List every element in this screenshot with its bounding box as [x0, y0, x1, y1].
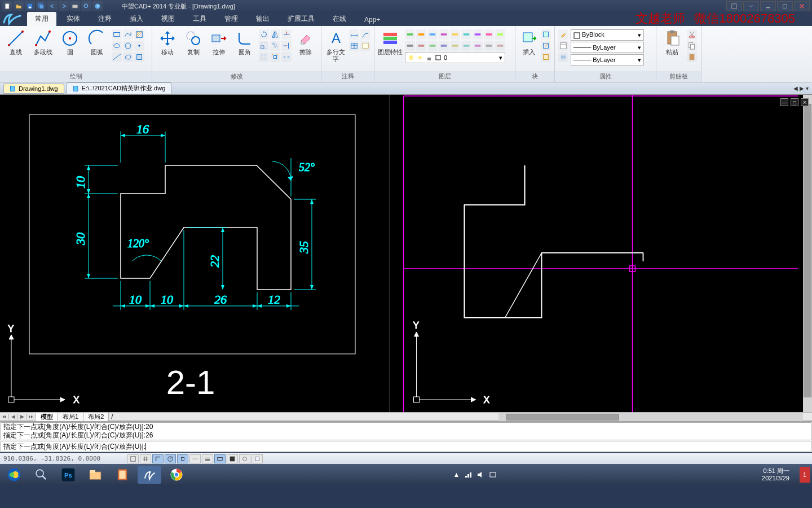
list-icon[interactable] — [558, 52, 568, 62]
network-icon[interactable] — [464, 471, 472, 479]
create-block-icon[interactable] — [541, 29, 551, 40]
layext1-icon[interactable] — [484, 41, 494, 51]
tab-annotate[interactable]: 注释 — [90, 12, 120, 26]
laylck-icon[interactable] — [450, 29, 460, 40]
array-icon[interactable] — [259, 52, 269, 62]
linetype-combo[interactable]: ──── ByLayer▾ — [571, 42, 644, 53]
system-tray[interactable]: ▲ — [453, 471, 497, 479]
insert-block-button[interactable]: 插入 — [519, 29, 539, 55]
hatch-icon[interactable] — [134, 29, 144, 40]
osnap-toggle[interactable] — [177, 454, 188, 463]
lwt-toggle[interactable] — [202, 454, 213, 463]
mirror-icon[interactable] — [270, 29, 280, 40]
doctab-1[interactable]: Drawing1.dwg — [3, 84, 64, 94]
viewport-right[interactable]: X Y — [390, 95, 812, 412]
app-logo-icon[interactable] — [1, 10, 24, 27]
tb-chrome[interactable] — [165, 466, 188, 484]
copy-clip-icon[interactable] — [687, 41, 697, 51]
command-input[interactable]: 指定下一点或[角度(A)/长度(L)/闭合(C)/放弃(U)]: — [1, 441, 811, 452]
rotate-icon[interactable] — [259, 29, 269, 40]
tb-ps[interactable]: Ps — [56, 466, 80, 484]
tb-zwcad[interactable] — [138, 466, 161, 484]
line-button[interactable]: 直线 — [3, 29, 28, 55]
revcloud-icon[interactable] — [123, 52, 133, 62]
qat-help-icon[interactable]: ? — [92, 1, 103, 11]
layer-combo[interactable]: 0 ▾ — [405, 52, 505, 63]
notification-badge[interactable]: 1 — [800, 467, 810, 483]
explode-icon[interactable] — [270, 52, 280, 62]
laywalk-icon[interactable] — [439, 41, 449, 51]
laymcur-icon[interactable] — [405, 29, 415, 40]
mdi-close[interactable]: ✕ — [801, 98, 809, 106]
matchprop-icon[interactable] — [558, 29, 568, 40]
layulk-icon[interactable] — [495, 29, 505, 40]
tab-view[interactable]: 视图 — [153, 12, 183, 26]
copy-button[interactable]: 复制 — [182, 29, 205, 55]
laymch-icon[interactable] — [461, 29, 471, 40]
lineweight-combo[interactable]: ──── ByLayer▾ — [571, 54, 644, 65]
paste-spec-icon[interactable] — [687, 52, 697, 62]
polyline-button[interactable]: 多段线 — [30, 29, 55, 55]
laystate-icon[interactable] — [473, 41, 483, 51]
mdi-min[interactable]: — — [780, 98, 788, 106]
mtext-button[interactable]: A多行文字 — [325, 29, 347, 62]
tab-home[interactable]: 常用 — [27, 12, 56, 26]
viewport-left[interactable]: 16 10 30 120° 52° — [0, 95, 390, 412]
properties-icon[interactable] — [558, 41, 568, 51]
layext2-icon[interactable] — [495, 41, 505, 51]
vscroll[interactable] — [803, 95, 812, 412]
qat-save-icon[interactable] — [25, 1, 35, 11]
layout-nav[interactable]: ⏮◀▶⏭ — [0, 414, 36, 419]
coordinates[interactable]: 910.0386, -31.8326, 0.0000 — [3, 455, 127, 462]
polar-toggle[interactable] — [165, 454, 176, 463]
layer-props-button[interactable]: 图层特性 — [378, 29, 403, 55]
layfrz-icon[interactable] — [427, 29, 438, 40]
qat-plot-icon[interactable] — [70, 1, 80, 11]
tb-explorer[interactable] — [83, 466, 107, 484]
paste-button[interactable]: 粘贴 — [660, 29, 685, 55]
layout-model[interactable]: 模型 — [36, 413, 58, 421]
grid-toggle[interactable] — [140, 454, 151, 463]
qat-undo-icon[interactable] — [47, 1, 58, 11]
scale-icon[interactable] — [259, 41, 269, 51]
edit-block-icon[interactable] — [541, 41, 551, 51]
color-combo[interactable]: ByBlock▾ — [571, 29, 644, 41]
snap-toggle[interactable] — [127, 454, 139, 463]
cycle-toggle[interactable] — [239, 454, 250, 463]
tab-output[interactable]: 输出 — [248, 12, 277, 26]
start-button[interactable] — [2, 466, 26, 484]
tab-online[interactable]: 在线 — [325, 12, 354, 26]
volume-icon[interactable] — [476, 471, 484, 479]
leader-icon[interactable] — [360, 29, 370, 40]
move-button[interactable]: 移动 — [156, 29, 179, 55]
qat-saveall-icon[interactable] — [36, 1, 46, 11]
stretch-button[interactable]: 拉伸 — [208, 29, 231, 55]
tab-express[interactable]: 扩展工具 — [280, 12, 323, 26]
qp-toggle[interactable] — [251, 454, 263, 463]
qat-redo-icon[interactable] — [59, 1, 69, 11]
polygon-icon[interactable] — [123, 41, 133, 51]
layoff-icon[interactable] — [439, 29, 449, 40]
tab-tools[interactable]: 工具 — [185, 12, 214, 26]
otrack-toggle[interactable] — [189, 454, 201, 463]
dim-icon[interactable] — [349, 29, 359, 40]
action-icon[interactable] — [489, 471, 497, 479]
laydel-icon[interactable] — [427, 41, 438, 51]
erase-button[interactable]: 擦除 — [294, 29, 317, 55]
tab-app[interactable]: App+ — [356, 14, 388, 26]
layiso-icon[interactable] — [416, 29, 426, 40]
spline-icon[interactable] — [123, 29, 133, 40]
layon-icon[interactable] — [473, 29, 483, 40]
layp-icon[interactable] — [405, 41, 415, 51]
cut-icon[interactable] — [687, 29, 697, 40]
qat-preview-icon[interactable] — [81, 1, 91, 11]
drawing-area[interactable]: — □ ✕ 16 10 — [0, 95, 812, 412]
doctab-nav[interactable]: ◀ ▶ ▾ — [793, 85, 809, 91]
fillet-button[interactable]: 圆角 — [233, 29, 257, 55]
tab-solid[interactable]: 实体 — [59, 12, 88, 26]
arc-button[interactable]: 圆弧 — [85, 29, 109, 55]
tray-up-icon[interactable]: ▲ — [453, 471, 460, 479]
ellipse-icon[interactable] — [112, 41, 122, 51]
hscroll[interactable] — [498, 413, 803, 421]
ortho-toggle[interactable] — [152, 454, 164, 463]
